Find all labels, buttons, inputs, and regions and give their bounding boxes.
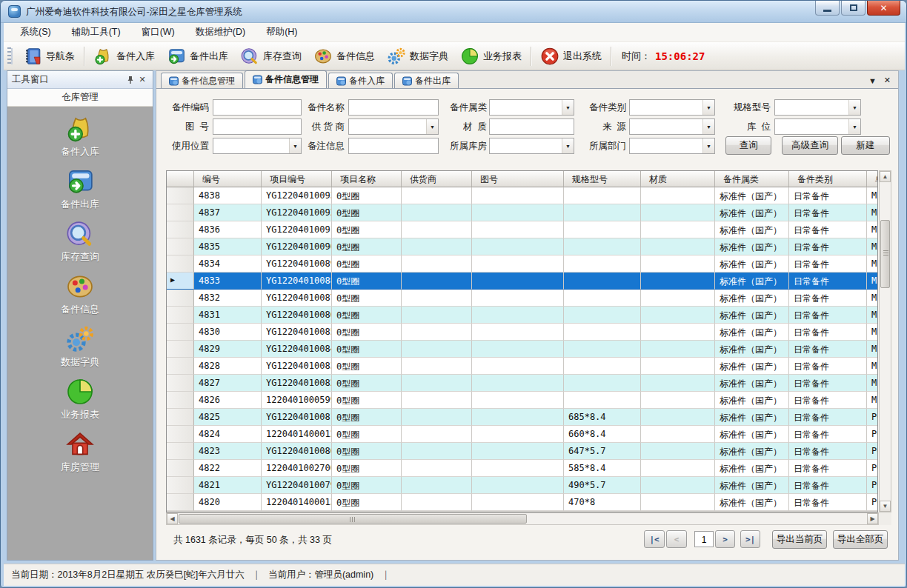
supplier-combo[interactable]: ▼ (348, 118, 439, 135)
horizontal-scrollbar[interactable]: ◀ ▶ (166, 512, 879, 525)
table-row[interactable]: 4825YG122040100810型圈685*8.4标准件（国产）日常备件PC (167, 409, 878, 426)
part-name-input[interactable] (348, 99, 439, 116)
toolbar-parts-inbound[interactable]: 备件入库 (87, 44, 161, 68)
table-row[interactable]: 4832YG122040100870型圈标准件（国产）日常备件M (167, 290, 878, 307)
sidebar-item-data-dictionary[interactable]: 数据字典 (36, 324, 124, 369)
row-selector-cell[interactable] (167, 392, 194, 409)
scroll-right-icon[interactable]: ▶ (867, 513, 878, 524)
warehouse-combo[interactable]: ▼ (489, 138, 574, 154)
table-row[interactable]: 4837YG122040100920型圈标准件（国产）日常备件M (167, 204, 878, 221)
menu-data-maintenance[interactable]: 数据维护(D) (188, 23, 253, 41)
next-page-button[interactable]: > (715, 530, 735, 548)
last-page-button[interactable]: >| (740, 530, 760, 548)
tab-parts-outbound[interactable]: 备件出库 (394, 73, 459, 88)
table-row[interactable]: 4838YG122040100930型圈标准件（国产）日常备件M (167, 187, 878, 204)
toolbar-data-dictionary[interactable]: 数据字典 (381, 44, 454, 68)
row-selector-cell[interactable] (167, 324, 194, 341)
table-row[interactable]: 4823YG122040100800型圈647*5.7标准件（国产）日常备件PC (167, 443, 878, 460)
table-row[interactable]: 4834YG122040100890型圈标准件（国产）日常备件M (167, 255, 878, 273)
bin-location-combo[interactable]: ▼ (774, 118, 861, 135)
column-header[interactable]: 备件属类 (715, 171, 789, 187)
row-selector-cell[interactable] (167, 221, 194, 238)
new-button[interactable]: 新建 (841, 136, 890, 155)
tab-parts-inbound[interactable]: 备件入库 (328, 73, 393, 88)
column-header[interactable]: 材质 (641, 171, 715, 187)
row-selector-cell[interactable] (167, 255, 194, 273)
part-category-combo[interactable]: ▼ (489, 99, 574, 116)
export-all-pages-button[interactable]: 导出全部页 (833, 530, 888, 549)
column-header[interactable]: 项目名称 (332, 171, 402, 187)
column-header[interactable]: 单位 (867, 171, 878, 187)
column-header[interactable]: 项目编号 (262, 171, 332, 187)
menu-aux-tools[interactable]: 辅助工具(T) (64, 23, 128, 41)
department-combo[interactable]: ▼ (629, 138, 715, 154)
toolbar-exit-system[interactable]: 退出系统 (534, 44, 608, 68)
use-position-combo[interactable]: ▼ (213, 138, 302, 154)
query-button[interactable]: 查询 (725, 136, 771, 155)
row-selector-cell[interactable] (167, 358, 194, 375)
row-selector-cell[interactable] (167, 443, 194, 460)
toolbar-nav-bar[interactable]: 导航条 (17, 44, 81, 68)
horizontal-scroll-thumb[interactable] (179, 514, 527, 524)
scroll-down-icon[interactable]: ▼ (880, 501, 891, 512)
table-row[interactable]: 4831YG122040100860型圈标准件（国产）日常备件M (167, 307, 878, 324)
close-button[interactable]: ✕ (867, 1, 900, 16)
sidebar-item-parts-outbound[interactable]: 备件出库 (36, 167, 124, 211)
table-row[interactable]: 482612204010005990型圈标准件（国产）日常备件M (167, 392, 878, 409)
sidebar-item-parts-inbound[interactable]: 备件入库 (36, 114, 124, 158)
table-row[interactable]: 4827YG122040100820型圈标准件（国产）日常备件M (167, 375, 878, 392)
table-row[interactable]: 4835YG122040100900型圈标准件（国产）日常备件M (167, 238, 878, 255)
previous-page-button[interactable]: < (666, 530, 687, 548)
toolbar-parts-outbound[interactable]: 备件出库 (161, 44, 234, 68)
page-number-input[interactable]: 1 (694, 531, 714, 547)
table-row[interactable]: 4836YG122040100910型圈标准件（国产）日常备件M (167, 221, 878, 238)
sidebar-item-stock-search[interactable]: 库存查询 (36, 219, 124, 264)
export-current-page-button[interactable]: 导出当前页 (772, 530, 827, 549)
toolbar-grip[interactable] (7, 47, 11, 65)
row-selector-cell[interactable] (167, 460, 194, 477)
vertical-scrollbar[interactable]: ▲ ▼ (879, 170, 891, 512)
row-selector-cell[interactable] (167, 409, 194, 426)
toolbar-parts-info[interactable]: 备件信息 (308, 44, 381, 68)
spec-model-combo[interactable]: ▼ (774, 99, 861, 116)
source-combo[interactable]: ▼ (629, 118, 715, 135)
table-row[interactable]: 4828YG122040100830型圈标准件（国产）日常备件M (167, 358, 878, 375)
part-class-combo[interactable]: ▼ (629, 99, 715, 116)
row-selector-cell[interactable] (167, 238, 194, 255)
toolbar-stock-search[interactable]: 库存查询 (234, 44, 308, 68)
table-row[interactable]: 482212204010027000型圈585*8.4标准件（国产）日常备件PC (167, 460, 878, 477)
column-header[interactable]: 规格型号 (564, 171, 641, 187)
maximize-button[interactable] (841, 1, 866, 16)
row-selector-cell[interactable] (167, 290, 194, 307)
menu-window[interactable]: 窗口(W) (134, 23, 182, 41)
row-selector-cell[interactable] (167, 477, 194, 494)
column-header[interactable]: 供货商 (402, 171, 472, 187)
pin-icon[interactable] (124, 74, 136, 86)
menu-system[interactable]: 系统(S) (13, 23, 59, 41)
tool-window-close-icon[interactable]: ✕ (136, 74, 148, 86)
minimize-button[interactable] (815, 1, 840, 16)
remark-input[interactable] (348, 138, 439, 154)
column-header[interactable]: 图号 (472, 171, 564, 187)
sidebar-item-warehouse-management[interactable]: 库房管理 (36, 430, 124, 474)
table-row[interactable]: ▶4833YG122040100880型圈标准件（国产）日常备件M (167, 273, 878, 290)
row-selector-cell[interactable] (167, 307, 194, 324)
tab-parts-info-management-1[interactable]: 备件信息管理 (161, 73, 243, 88)
scroll-left-icon[interactable]: ◀ (167, 513, 178, 524)
tab-close-icon[interactable]: ✕ (884, 76, 891, 85)
material-input[interactable] (489, 118, 574, 135)
advanced-query-button[interactable]: 高级查询 (782, 136, 838, 155)
menu-help[interactable]: 帮助(H) (259, 23, 305, 41)
row-selector-cell[interactable] (167, 187, 194, 204)
table-row[interactable]: 4829YG122040100840型圈标准件（国产）日常备件M (167, 341, 878, 358)
part-code-input[interactable] (213, 99, 302, 116)
vertical-scroll-thumb[interactable] (880, 220, 890, 288)
row-selector-cell[interactable] (167, 494, 194, 511)
sidebar-item-business-report[interactable]: 业务报表 (36, 377, 124, 421)
figure-no-input[interactable] (213, 118, 302, 135)
table-row[interactable]: 482012204014000130型圈470*8标准件（国产）日常备件PC (167, 494, 878, 511)
row-selector-cell[interactable]: ▶ (167, 273, 194, 290)
first-page-button[interactable]: |< (644, 530, 665, 548)
toolbar-business-report[interactable]: 业务报表 (454, 44, 528, 68)
tab-parts-info-management-2[interactable]: 备件信息管理 (245, 70, 327, 88)
